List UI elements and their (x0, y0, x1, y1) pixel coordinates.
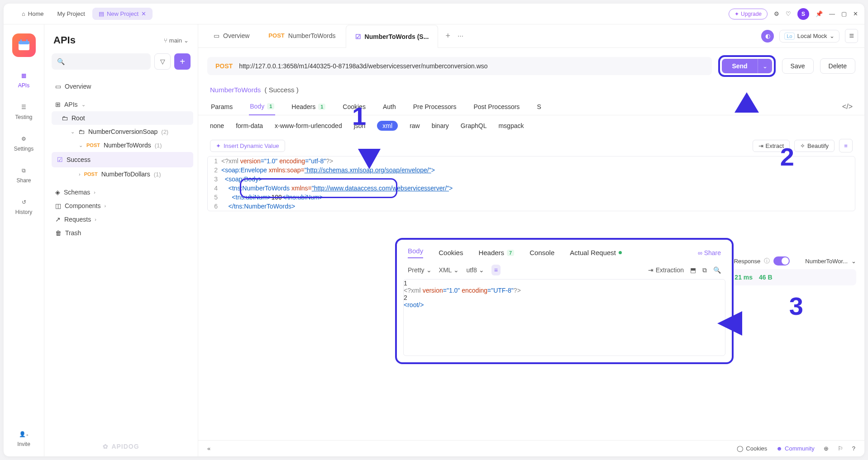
wrap-icon[interactable]: ≡ (839, 139, 853, 152)
code-icon[interactable]: </> (842, 103, 853, 111)
env-label: Local Mock (797, 33, 827, 39)
window-close-icon[interactable]: ✕ (853, 10, 858, 17)
tree-apis[interactable]: ⊞ APIs ⌄ (52, 98, 193, 111)
resp-encoding[interactable]: utf8 ⌄ (466, 266, 484, 274)
tree-trash[interactable]: 🗑 Trash (52, 226, 193, 240)
schema-selector-label[interactable]: NumberToWor... (805, 258, 848, 265)
tree-components[interactable]: ◫ Components › (52, 199, 193, 213)
resptab-console[interactable]: Console (529, 249, 554, 256)
maximize-icon[interactable]: ▢ (841, 10, 847, 17)
send-dropdown[interactable]: ⌄ (758, 59, 772, 73)
close-icon[interactable]: ✕ (141, 10, 146, 17)
run-icon[interactable]: ◐ (761, 30, 774, 43)
help-icon[interactable]: ⓘ (764, 257, 770, 265)
bottom-cookies[interactable]: ◯Cookies (737, 445, 767, 452)
bottom-community[interactable]: ☻Community (776, 445, 814, 452)
apis-icon: ▦ (19, 71, 29, 81)
tree-overview[interactable]: ▭ Overview (52, 80, 193, 93)
tree-success-response[interactable]: ☑ Success (52, 152, 193, 167)
branch-selector[interactable]: ⑂ main ⌄ (164, 37, 189, 44)
tree-overview-label: Overview (65, 83, 91, 90)
validate-toggle[interactable] (773, 256, 790, 266)
copy-icon[interactable]: ⧉ (702, 266, 707, 274)
tree-endpoint-1[interactable]: ⌄ POST NumberToWords (1) (52, 138, 193, 152)
reqtab-auth[interactable]: Auth (382, 99, 397, 115)
reqtab-headers[interactable]: Headers 1 (291, 99, 326, 115)
resptab-actual[interactable]: Actual Request (570, 249, 622, 256)
app-logo[interactable] (12, 33, 36, 57)
reqtab-params[interactable]: Params (210, 99, 234, 115)
bodytype-urlenc[interactable]: x-www-form-urlencoded (275, 122, 342, 129)
add-button[interactable]: + (174, 53, 191, 70)
flag-icon[interactable]: ⚐ (838, 445, 843, 452)
env-selector[interactable]: Lo Local Mock ⌄ (779, 30, 839, 43)
resptab-body[interactable]: Body (408, 247, 423, 258)
save-button[interactable]: Save (782, 58, 814, 74)
reqtab-body[interactable]: Body 1 (249, 98, 275, 115)
send-label: Send (732, 62, 747, 70)
bodytype-graphql[interactable]: GraphQL (461, 122, 487, 129)
add-tab-icon[interactable]: + (439, 31, 457, 41)
env-badge: Lo (784, 33, 794, 40)
bodytype-raw[interactable]: raw (410, 122, 420, 129)
upgrade-button[interactable]: ✦ Upgrade (729, 9, 768, 19)
reqtab-pre[interactable]: Pre Processors (412, 99, 458, 115)
response-body[interactable]: 1<?xml version="1.0" encoding="UTF-8"?> … (403, 279, 725, 356)
tab-home[interactable]: ⌂ Home (15, 8, 50, 20)
resp-format-xml[interactable]: XML ⌄ (439, 266, 459, 274)
request-body-editor[interactable]: 1<?xml version="1.0" encoding="utf-8"?> … (207, 156, 855, 211)
nav-share[interactable]: ⧉ Share (16, 166, 31, 184)
globe-icon[interactable]: ⊕ (824, 445, 829, 452)
gear-icon[interactable]: ⚙ (774, 10, 779, 17)
wrap-icon[interactable]: ≡ (491, 265, 501, 275)
send-button[interactable]: Send (722, 59, 757, 73)
resptab-headers[interactable]: Headers 7 (478, 249, 514, 256)
bell-icon[interactable]: ♡ (786, 10, 791, 17)
sidebar-search[interactable]: 🔍 (52, 53, 151, 70)
url-input[interactable]: POST http://127.0.0.1:3658/m1/440325-0-8… (207, 57, 712, 75)
maintab-overview[interactable]: ▭ Overview (205, 24, 258, 47)
statusbar: « ◯Cookies ☻Community ⊕ ⚐ ? (198, 440, 864, 456)
delete-button[interactable]: Delete (820, 58, 855, 74)
reqtab-truncated[interactable]: S (536, 99, 542, 115)
tree-requests[interactable]: ↗ Requests › (52, 213, 193, 226)
collapse-icon[interactable]: « (207, 445, 210, 452)
tree-root[interactable]: 🗀 Root (52, 111, 193, 125)
maintab-success[interactable]: ☑ NumberToWords (S... (346, 25, 439, 48)
menu-icon[interactable]: ≡ (845, 29, 858, 43)
tab-my-project[interactable]: My Project (51, 8, 91, 20)
maintab-endpoint[interactable]: POST NumberToWords (259, 24, 344, 47)
bodytype-xml[interactable]: xml (377, 121, 398, 131)
resp-xml-label: XML (439, 266, 452, 274)
save-icon[interactable]: ⬒ (690, 266, 696, 274)
minimize-icon[interactable]: — (829, 10, 835, 17)
sparkle-icon: ✦ (734, 11, 739, 17)
filter-button[interactable]: ▽ (154, 53, 171, 70)
resptab-cookies[interactable]: Cookies (439, 249, 463, 256)
help-icon[interactable]: ? (852, 445, 855, 452)
nav-history[interactable]: ↺ History (15, 197, 32, 215)
tab-new-project[interactable]: ▤ New Project ✕ (92, 8, 153, 20)
nav-history-label: History (15, 209, 32, 215)
tree-group[interactable]: ⌄ 🗀 NumberConversionSoap (2) (52, 125, 193, 138)
bodytype-binary[interactable]: binary (432, 122, 449, 129)
tree-schemas[interactable]: ◈ Schemas › (52, 185, 193, 199)
resp-share[interactable]: ∞Share (698, 249, 721, 256)
avatar[interactable]: S (797, 8, 809, 20)
resp-view-pretty[interactable]: Pretty ⌄ (408, 266, 432, 274)
tree-endpoint-2[interactable]: › POST NumberToDollars (1) (52, 167, 193, 181)
nav-settings[interactable]: ⚙ Settings (14, 134, 33, 152)
bodytype-msgpack[interactable]: msgpack (498, 122, 524, 129)
nav-apis[interactable]: ▦ APIs (18, 71, 29, 89)
bodytype-formdata[interactable]: form-data (236, 122, 263, 129)
search-icon[interactable]: 🔍 (713, 266, 721, 274)
resp-extraction[interactable]: ⇥Extraction (648, 266, 684, 274)
bodytype-none[interactable]: none (210, 122, 224, 129)
nav-testing[interactable]: ☰ Testing (15, 102, 32, 120)
reqtab-post[interactable]: Post Processors (472, 99, 520, 115)
pin-icon[interactable]: 📌 (816, 10, 823, 17)
beautify-button[interactable]: ✧Beautify (794, 140, 835, 152)
insert-dynamic-button[interactable]: ✦ Insert Dynamic Value (210, 140, 285, 152)
nav-invite[interactable]: 👤₊ Invite (17, 429, 30, 447)
more-icon[interactable]: ⋯ (458, 33, 463, 39)
